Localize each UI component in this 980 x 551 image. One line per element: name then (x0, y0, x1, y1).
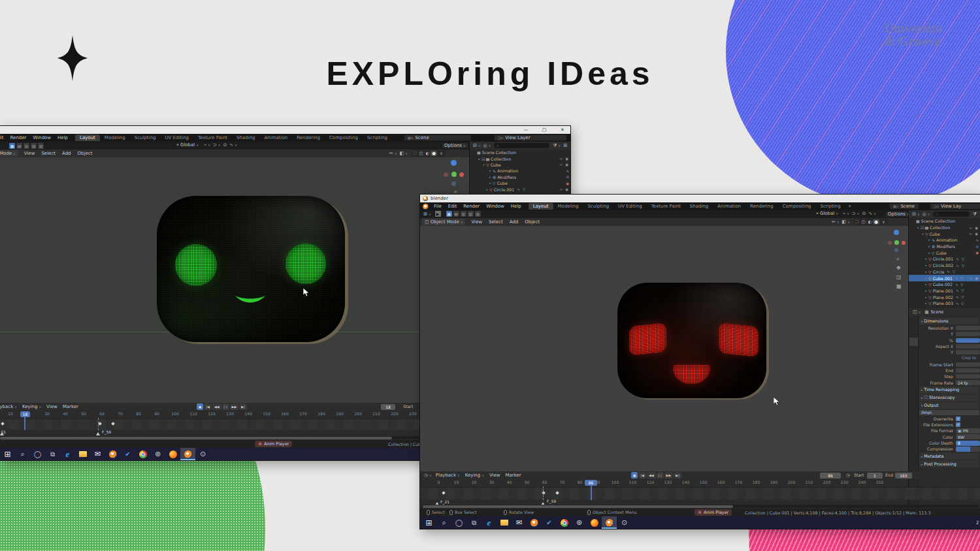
zoom-gizmo-icon[interactable]: ⌕ (896, 256, 899, 262)
menu-item[interactable]: Edit (0, 135, 7, 140)
taskbar-item[interactable] (587, 516, 602, 529)
outliner-display-mode-icon[interactable]: ⊟∨ (472, 143, 482, 148)
auto-keying-button[interactable]: ◉ (197, 403, 203, 410)
compression-row[interactable]: Compression (919, 446, 980, 452)
tool-icon[interactable]: ▧ (468, 211, 474, 217)
taskbar-item[interactable] (45, 448, 60, 460)
taskbar-item[interactable] (135, 448, 150, 460)
outliner-row[interactable]: ▸ Animation (470, 168, 570, 174)
taskbar-item[interactable] (572, 516, 587, 529)
current-frame-badge[interactable]: 86 (585, 480, 597, 486)
viewport-menu-item[interactable]: Select (38, 151, 59, 156)
view-layer-selector[interactable]: ❏∨View Layer (494, 134, 567, 141)
preview-range-clock-icon[interactable]: ◷ (845, 473, 851, 478)
playback-menu[interactable]: Playback∨ (0, 404, 20, 409)
frame-rate-row[interactable]: Frame Rate 24 fp (919, 379, 980, 385)
scene-selector[interactable]: ▦∨Scene (404, 134, 472, 141)
menu-item[interactable]: Help (54, 135, 71, 140)
next-keyframe-button[interactable]: ▶▶ (230, 403, 239, 410)
property-row[interactable]: End (919, 368, 980, 373)
viewport-menu-item[interactable]: Object (521, 219, 543, 225)
titlebar-left[interactable]: — ▢ ✕ (0, 126, 570, 134)
properties-tab-icon[interactable] (909, 328, 918, 337)
outliner-row[interactable]: ▸ Cube (470, 180, 570, 186)
outliner-row[interactable]: ▸ Plane.001 (909, 288, 980, 294)
taskbar-item[interactable] (497, 516, 512, 529)
filter-funnel-icon[interactable]: ⧩ (972, 212, 978, 217)
select-box-tool-icon[interactable]: ▦ (9, 143, 15, 149)
outliner-filter-obj-icon[interactable]: ◎∨ (921, 212, 932, 217)
active-tool-icon[interactable]: ▶ (435, 211, 441, 217)
timeline-ruler-right[interactable]: 0102030405060708090100110120130140150160… (430, 480, 889, 487)
taskbar-item[interactable] (75, 448, 90, 460)
tool-icon[interactable]: ▧ (31, 143, 37, 149)
workspace-tab[interactable]: Rendering (292, 134, 325, 141)
panel-time-remapping[interactable]: ▸Time Remapping (919, 386, 979, 394)
color-row[interactable]: Color BW (919, 434, 980, 440)
outliner-row[interactable]: ▸ Plane.003 (909, 300, 980, 307)
editor-type-icon[interactable]: ⊞∨ (422, 212, 433, 217)
workspace-tab[interactable]: Modeling (553, 203, 583, 210)
panel-output[interactable]: ▾Output (919, 402, 979, 409)
proportional-edit-icon[interactable]: ⊙ (221, 142, 228, 148)
pause-button[interactable]: | | (657, 472, 664, 479)
view-menu[interactable]: View (44, 404, 60, 409)
workspace-tab[interactable]: Scripting (816, 203, 845, 210)
property-row[interactable]: Y (919, 331, 980, 337)
workspace-tab[interactable]: Animation (713, 203, 745, 210)
output-path-field[interactable]: /tmp\ (919, 410, 979, 415)
menu-item[interactable]: Help (508, 204, 525, 209)
taskbar-item[interactable] (557, 516, 572, 529)
workspace-tab[interactable]: UV Editing (160, 134, 193, 141)
minimize-icon[interactable]: — (523, 127, 529, 133)
taskbar-item[interactable] (421, 516, 436, 529)
workspace-tab[interactable]: Shading (232, 134, 259, 141)
windows-taskbar-right[interactable]: 2 (420, 516, 980, 529)
select-box-tool-icon[interactable]: ▦ (446, 211, 452, 217)
outliner-row[interactable]: ▾ Cube (470, 162, 570, 168)
viewport-menu-item[interactable]: Add (59, 151, 74, 156)
properties-tab-icon[interactable] (909, 319, 918, 327)
outliner-row[interactable]: ▸ Collection (909, 225, 980, 231)
color-depth-row[interactable]: Color Depth 8 (919, 440, 980, 446)
options-button[interactable]: Options∨ (442, 142, 468, 149)
menu-item[interactable]: Edit (445, 204, 461, 209)
camera-view-gizmo-icon[interactable]: ◲ (896, 274, 902, 280)
view-menu[interactable]: View (487, 473, 503, 478)
snap-icon[interactable]: ⌁∨ (841, 211, 851, 216)
pause-button[interactable]: | | (222, 403, 229, 410)
viewport-menu-item[interactable]: Add (506, 219, 522, 225)
menu-item[interactable]: Render (7, 135, 30, 140)
marker-label[interactable]: F_59 (102, 430, 111, 434)
outliner-row[interactable]: Scene Collection (470, 150, 570, 155)
falloff-icon[interactable]: ∿∨ (867, 211, 877, 216)
taskbar-item[interactable] (0, 448, 15, 460)
property-row[interactable]: Resolution X (919, 325, 980, 331)
shading-mode-toggle[interactable]: ⛶◫ ◐● ∨ (411, 150, 446, 157)
taskbar-item[interactable] (105, 448, 120, 460)
overlays-icon[interactable]: ◧∨ (841, 219, 851, 225)
properties-tab-icon[interactable] (909, 404, 918, 413)
taskbar-item[interactable] (90, 448, 105, 460)
viewport-menu-item[interactable]: Object (74, 151, 96, 156)
filter-funnel-icon[interactable]: ⧩∨ (551, 143, 562, 148)
taskbar-item[interactable] (30, 448, 45, 460)
outliner-search-input[interactable]: ⌕ (494, 143, 549, 148)
marker-menu[interactable]: Marker (503, 473, 524, 478)
titlebar-right[interactable]: blender (420, 195, 980, 202)
keying-menu[interactable]: Keying∨ (20, 404, 44, 409)
outliner-row[interactable]: ▸ Circle.001 (909, 256, 980, 262)
properties-tab-icon[interactable] (909, 338, 918, 346)
anim-player-button[interactable]: Anim Player (694, 509, 732, 516)
jump-to-start-button[interactable]: |◀ (204, 403, 212, 410)
playback-menu[interactable]: Playback∨ (433, 473, 463, 478)
mode-dropdown[interactable]: Object Mode∨ (0, 150, 18, 157)
compression-slider[interactable] (956, 447, 980, 452)
menu-item[interactable]: Window (483, 204, 508, 209)
jump-to-start-button[interactable]: |◀ (638, 472, 646, 479)
workspace-tab[interactable]: Shading (685, 203, 713, 210)
taskbar-item[interactable] (617, 516, 632, 529)
menu-item[interactable]: File (431, 204, 445, 209)
timeline-scrollbar[interactable] (421, 505, 979, 508)
viewport-menu-item[interactable]: Select (485, 219, 506, 225)
